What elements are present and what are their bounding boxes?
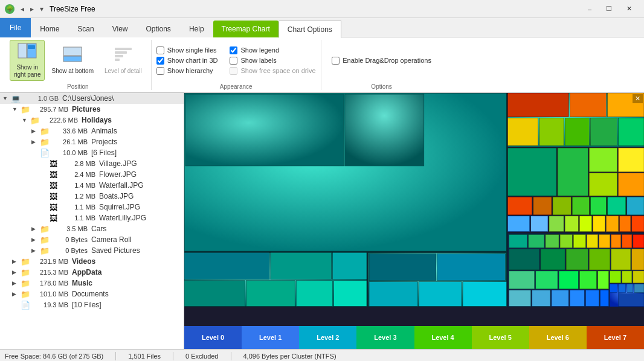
tab-help[interactable]: Help (180, 21, 213, 37)
tree-row[interactable]: 🖼2.8 MBVillage.JPG (0, 158, 184, 169)
labels-input[interactable] (230, 57, 237, 65)
show-right-pane-button[interactable]: Show in right pane (10, 40, 45, 81)
treemap-legend: Level 0Level 1Level 2Level 3Level 4Level… (184, 326, 644, 349)
tree-size: 2.8 MB (59, 160, 95, 167)
tree-size: 3.5 MB (51, 225, 88, 232)
tree-root-row[interactable]: ▼ 💻 1.0 GB C:\Users\Jones\ (0, 93, 184, 104)
legend-item[interactable]: Level 4 (414, 326, 472, 349)
tree-row[interactable]: 🖼1.1 MBWaterLilly.JPG (0, 212, 184, 223)
show-legend-checkbox[interactable]: Show legend (230, 46, 315, 54)
tab-chart-options[interactable]: Chart Options (279, 21, 341, 38)
tree-arrow[interactable]: ▶ (31, 139, 40, 145)
tree-arrow[interactable]: ▼ (12, 106, 21, 112)
tree-size: 231.9 MB (32, 258, 68, 265)
tree-arrow[interactable]: ▶ (31, 237, 40, 243)
svg-rect-11 (345, 94, 424, 166)
tree-row[interactable]: ▶📁178.0 MBMusic (0, 278, 184, 289)
minimize-button[interactable]: – (581, 2, 599, 15)
legend-item[interactable]: Level 7 (587, 326, 644, 349)
tree-arrow[interactable]: ▶ (12, 280, 21, 286)
close-chart-button[interactable]: ✕ (633, 94, 643, 103)
tree-arrow[interactable]: ▶ (31, 226, 40, 232)
ribbon-group-appearance: Show single files Show chart in 3D Show … (152, 40, 321, 90)
root-size: 1.0 GB (22, 95, 59, 102)
root-arrow[interactable]: ▼ (2, 95, 11, 101)
svg-rect-89 (601, 290, 609, 307)
status-excluded: 0 Excluded (185, 353, 218, 360)
legend-item[interactable]: Level 5 (472, 326, 529, 349)
hierarchy-input[interactable] (156, 67, 164, 75)
tree-row[interactable]: 🖼2.4 MBFlower.JPG (0, 169, 184, 180)
tree-row[interactable]: ▶📁0 BytesCamera Roll (0, 234, 184, 245)
status-divider-2 (173, 352, 173, 360)
tab-options[interactable]: Options (137, 21, 180, 37)
tree-size: 33.6 MB (51, 127, 88, 135)
tab-file[interactable]: File (0, 18, 31, 37)
svg-rect-20 (619, 118, 644, 146)
tree-row[interactable]: ▶📁231.9 MBVideos (0, 256, 184, 267)
free-space-input[interactable] (230, 67, 237, 75)
show-free-space-checkbox[interactable]: Show free space on drive (230, 67, 315, 75)
show-single-files-checkbox[interactable]: Show single files (156, 46, 218, 54)
ribbon: Show in right pane Show at bottom (0, 37, 644, 93)
tab-treemap-chart[interactable]: Treemap Chart (213, 21, 279, 37)
tree-row[interactable]: ▶📁0 BytesSaved Pictures (0, 245, 184, 256)
tree-icon: 🖼 (50, 203, 57, 212)
tree-row[interactable]: 🖼1.2 MBBoats.JPG (0, 191, 184, 202)
tree-arrow[interactable]: ▶ (12, 258, 21, 264)
svg-rect-49 (296, 281, 332, 307)
forward-button[interactable]: ▸ (28, 4, 36, 14)
close-button[interactable]: ✕ (619, 2, 639, 15)
legend-item[interactable]: Level 3 (356, 326, 414, 349)
show-bottom-button[interactable]: Show at bottom (47, 40, 97, 81)
tab-scan[interactable]: Scan (68, 21, 103, 37)
drag-drop-input[interactable] (332, 57, 340, 65)
tree-arrow[interactable]: ▶ (31, 128, 40, 134)
tree-row[interactable]: 🖼1.4 MBWaterfall.JPG (0, 180, 184, 191)
svg-rect-37 (565, 216, 578, 232)
show-right-pane-label: Show in right pane (14, 64, 40, 78)
tree-row[interactable]: ▶📁33.6 MBAnimals (0, 126, 184, 136)
legend-item[interactable]: Level 6 (529, 326, 587, 349)
tree-icon: 📁 (40, 127, 50, 136)
tree-row[interactable]: ▼📁295.7 MBPictures (0, 104, 184, 115)
tree-row[interactable]: 📄10.0 MB[6 Files] (0, 147, 184, 158)
show-labels-checkbox[interactable]: Show labels (230, 57, 315, 65)
legend-item[interactable]: Level 0 (184, 326, 242, 349)
tree-row[interactable]: ▼📁222.6 MBHolidays (0, 115, 184, 126)
tab-view[interactable]: View (103, 21, 137, 37)
show-bottom-label: Show at bottom (51, 68, 93, 75)
back-button[interactable]: ◂ (18, 4, 27, 14)
legend-item[interactable]: Level 2 (299, 326, 356, 349)
root-drive-icon: 💻 (11, 94, 21, 103)
tab-home[interactable]: Home (31, 21, 68, 37)
show-hierarchy-checkbox[interactable]: Show hierarchy (156, 67, 218, 75)
tree-arrow[interactable]: ▼ (22, 117, 30, 123)
tree-row[interactable]: ▶📁101.0 MBDocuments (0, 289, 184, 299)
tree-row[interactable]: ▶📁3.5 MBCars (0, 223, 184, 234)
tree-name: Documents (72, 290, 109, 298)
tree-row[interactable]: 🖼1.1 MBSquirrel.JPG (0, 202, 184, 212)
menu-button[interactable]: ▾ (37, 4, 46, 14)
level-of-detail-button[interactable]: Level of detail (100, 40, 146, 81)
legend-input[interactable] (230, 46, 237, 54)
tree-arrow[interactable]: ▶ (31, 248, 40, 254)
tree-arrow[interactable]: ▶ (12, 269, 21, 275)
svg-rect-48 (246, 281, 295, 307)
tree-row[interactable]: 📄19.3 MB[10 Files] (0, 299, 184, 310)
tree-icon: 🖼 (50, 159, 57, 168)
tree-row[interactable]: ▶📁26.1 MBProjects (0, 136, 184, 147)
show-chart-3d-checkbox[interactable]: Show chart in 3D (156, 57, 218, 65)
tree-arrow[interactable]: ▶ (12, 291, 21, 297)
chart-3d-input[interactable] (156, 57, 164, 65)
maximize-button[interactable]: ☐ (599, 2, 619, 15)
enable-drag-drop-checkbox[interactable]: Enable Drag&Drop operations (332, 57, 431, 65)
options-content: Enable Drag&Drop operations (327, 40, 436, 81)
svg-rect-67 (633, 235, 644, 248)
svg-rect-35 (531, 216, 548, 232)
tree-panel[interactable]: ▼ 💻 1.0 GB C:\Users\Jones\ ▼📁295.7 MBPic… (0, 93, 184, 349)
single-files-input[interactable] (156, 46, 164, 54)
legend-item[interactable]: Level 1 (242, 326, 299, 349)
svg-rect-18 (565, 118, 589, 146)
tree-row[interactable]: ▶📁215.3 MBAppData (0, 267, 184, 278)
